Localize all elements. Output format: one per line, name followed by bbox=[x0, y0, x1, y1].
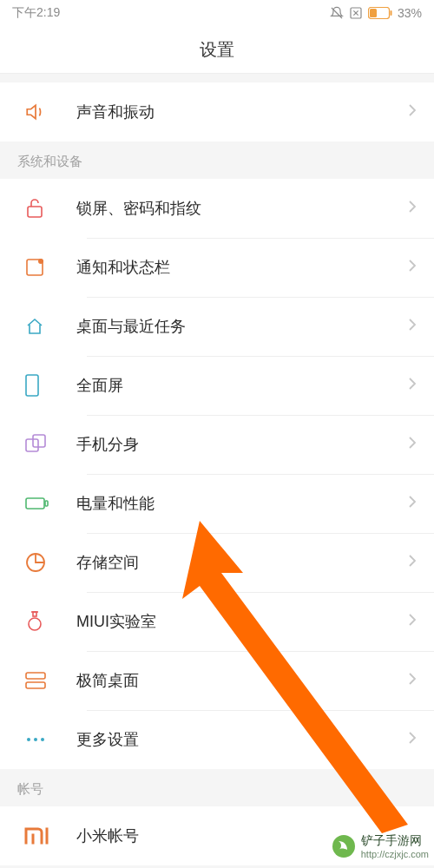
chevron-right-icon bbox=[408, 495, 417, 512]
row-battery-perf[interactable]: 电量和性能 bbox=[0, 474, 434, 533]
watermark-name: 铲子手游网 bbox=[361, 833, 429, 849]
row-notification-bar[interactable]: 通知和状态栏 bbox=[0, 238, 434, 297]
svg-point-22 bbox=[34, 738, 37, 741]
chevron-right-icon bbox=[408, 200, 417, 217]
svg-rect-12 bbox=[33, 435, 45, 447]
chevron-right-icon bbox=[408, 103, 417, 121]
status-indicators: 33% bbox=[330, 6, 422, 20]
svg-rect-13 bbox=[26, 498, 44, 509]
row-lockscreen[interactable]: 锁屏、密码和指纹 bbox=[0, 179, 434, 238]
row-label: 手机分身 bbox=[76, 434, 408, 455]
row-simple-desktop[interactable]: 极简桌面 bbox=[0, 651, 434, 710]
chevron-right-icon bbox=[408, 554, 417, 571]
battery-perf-icon bbox=[24, 496, 49, 511]
storage-icon bbox=[24, 551, 47, 574]
mi-logo-icon bbox=[24, 827, 49, 845]
watermark-url: http://czjxjc.com bbox=[361, 849, 429, 859]
chevron-right-icon bbox=[408, 613, 417, 630]
chevron-right-icon bbox=[408, 318, 417, 335]
section-header-account: 帐号 bbox=[0, 769, 434, 806]
simple-desktop-icon bbox=[24, 671, 47, 690]
row-desktop-recents[interactable]: 桌面与最近任务 bbox=[0, 297, 434, 356]
lock-icon bbox=[24, 197, 45, 220]
chevron-right-icon bbox=[408, 731, 417, 748]
svg-rect-6 bbox=[390, 10, 391, 16]
row-label: 极简桌面 bbox=[76, 670, 408, 691]
row-label: 全面屏 bbox=[76, 375, 408, 396]
chevron-right-icon bbox=[408, 436, 417, 453]
row-label: 锁屏、密码和指纹 bbox=[76, 198, 408, 219]
close-box-icon bbox=[349, 6, 363, 20]
status-bar: 下午2:19 33% bbox=[0, 0, 434, 26]
svg-rect-14 bbox=[45, 501, 48, 506]
svg-point-16 bbox=[29, 618, 41, 630]
row-sound-vibration[interactable]: 声音和振动 bbox=[0, 82, 434, 141]
battery-pct: 33% bbox=[398, 6, 422, 20]
watermark: 铲子手游网 http://czjxjc.com bbox=[332, 833, 429, 859]
row-miui-lab[interactable]: MIUI实验室 bbox=[0, 592, 434, 651]
more-icon bbox=[24, 735, 47, 744]
svg-rect-5 bbox=[370, 9, 377, 17]
section-header-system: 系统和设备 bbox=[0, 141, 434, 179]
chevron-right-icon bbox=[408, 259, 417, 276]
battery-icon bbox=[368, 7, 392, 19]
notification-bar-icon bbox=[24, 257, 45, 278]
row-label: 存储空间 bbox=[76, 552, 408, 573]
row-label: 通知和状态栏 bbox=[76, 257, 408, 278]
row-fullscreen[interactable]: 全面屏 bbox=[0, 356, 434, 415]
lab-icon bbox=[24, 610, 45, 633]
dual-apps-icon bbox=[24, 433, 47, 456]
row-label: 桌面与最近任务 bbox=[76, 316, 408, 337]
row-label: 更多设置 bbox=[76, 729, 408, 750]
svg-point-23 bbox=[41, 738, 44, 741]
chevron-right-icon bbox=[408, 377, 417, 394]
row-label: 声音和振动 bbox=[76, 102, 408, 122]
row-dual-apps[interactable]: 手机分身 bbox=[0, 415, 434, 474]
dnd-icon bbox=[330, 6, 344, 20]
row-storage[interactable]: 存储空间 bbox=[0, 533, 434, 592]
row-label: 电量和性能 bbox=[76, 493, 408, 514]
svg-rect-20 bbox=[26, 682, 45, 688]
svg-rect-11 bbox=[26, 439, 38, 451]
chevron-right-icon bbox=[408, 672, 417, 689]
page-title: 设置 bbox=[0, 26, 434, 74]
fullscreen-icon bbox=[24, 373, 40, 398]
watermark-logo-icon bbox=[332, 834, 356, 858]
svg-rect-7 bbox=[28, 207, 42, 217]
sound-icon bbox=[24, 101, 47, 123]
svg-rect-10 bbox=[26, 375, 38, 396]
home-icon bbox=[24, 316, 45, 337]
svg-point-21 bbox=[27, 738, 30, 741]
status-time: 下午2:19 bbox=[12, 5, 60, 21]
row-label: MIUI实验室 bbox=[76, 611, 408, 632]
svg-point-9 bbox=[38, 259, 43, 264]
svg-rect-19 bbox=[26, 673, 45, 679]
row-more-settings[interactable]: 更多设置 bbox=[0, 710, 434, 769]
